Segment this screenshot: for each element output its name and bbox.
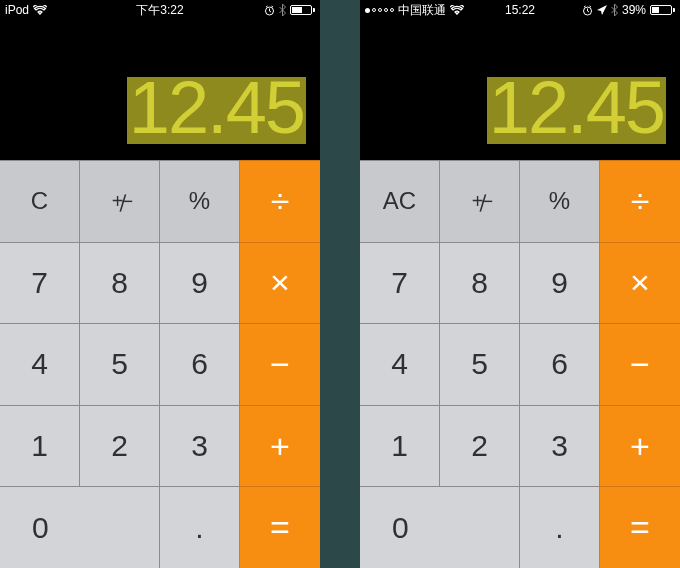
status-time: 15:22 <box>505 3 535 17</box>
wifi-icon <box>450 5 464 15</box>
alarm-icon <box>264 5 275 16</box>
separator <box>320 0 360 568</box>
percent-button[interactable]: % <box>160 160 240 242</box>
location-icon <box>597 5 607 15</box>
digit-5-button[interactable]: 5 <box>80 323 160 405</box>
multiply-button[interactable]: × <box>600 242 680 324</box>
digit-2-button[interactable]: 2 <box>80 405 160 487</box>
digit-3-button[interactable]: 3 <box>520 405 600 487</box>
divide-button[interactable]: ÷ <box>600 160 680 242</box>
battery-fill <box>652 7 659 13</box>
digit-8-button[interactable]: 8 <box>80 242 160 324</box>
digit-1-button[interactable]: 1 <box>0 405 80 487</box>
clear-button[interactable]: C <box>0 160 80 242</box>
battery-icon <box>290 5 315 15</box>
digit-1-button[interactable]: 1 <box>360 405 440 487</box>
svg-point-2 <box>456 13 458 15</box>
decimal-button[interactable]: . <box>160 486 240 568</box>
digit-4-button[interactable]: 4 <box>0 323 80 405</box>
display-value: 12.45 <box>487 77 666 144</box>
digit-8-button[interactable]: 8 <box>440 242 520 324</box>
display-value: 12.45 <box>127 77 306 144</box>
svg-point-0 <box>39 13 41 15</box>
equals-button[interactable]: = <box>600 486 680 568</box>
digit-4-button[interactable]: 4 <box>360 323 440 405</box>
digit-9-button[interactable]: 9 <box>160 242 240 324</box>
multiply-button[interactable]: × <box>240 242 320 324</box>
clear-button[interactable]: AC <box>360 160 440 242</box>
status-time: 下午3:22 <box>136 2 183 19</box>
battery-percent-label: 39% <box>622 3 646 17</box>
status-bar: iPod 下午3:22 <box>0 0 320 20</box>
bluetooth-icon <box>611 4 618 16</box>
plus-minus-button[interactable]: +/− <box>440 160 520 242</box>
calculator-display: 12.45 <box>0 20 320 160</box>
plus-button[interactable]: + <box>240 405 320 487</box>
digit-7-button[interactable]: 7 <box>0 242 80 324</box>
phone-left: iPod 下午3:22 12.45 C <box>0 0 320 568</box>
digit-0-button[interactable]: 0 <box>0 486 160 568</box>
status-bar: 中国联通 15:22 39% <box>360 0 680 20</box>
calculator-keypad: C +/− % ÷ 7 8 9 × 4 5 6 − 1 2 3 + 0 . = <box>0 160 320 568</box>
digit-9-button[interactable]: 9 <box>520 242 600 324</box>
battery-icon <box>650 5 675 15</box>
divide-button[interactable]: ÷ <box>240 160 320 242</box>
plus-minus-button[interactable]: +/− <box>80 160 160 242</box>
bluetooth-icon <box>279 4 286 16</box>
decimal-button[interactable]: . <box>520 486 600 568</box>
digit-6-button[interactable]: 6 <box>160 323 240 405</box>
digit-0-button[interactable]: 0 <box>360 486 520 568</box>
digit-2-button[interactable]: 2 <box>440 405 520 487</box>
digit-6-button[interactable]: 6 <box>520 323 600 405</box>
device-label: iPod <box>5 3 29 17</box>
carrier-label: 中国联通 <box>398 2 446 19</box>
wifi-icon <box>33 5 47 15</box>
screenshot-pair: iPod 下午3:22 12.45 C <box>0 0 680 568</box>
digit-3-button[interactable]: 3 <box>160 405 240 487</box>
battery-fill <box>292 7 302 13</box>
minus-button[interactable]: − <box>600 323 680 405</box>
signal-dots-icon <box>365 8 394 13</box>
calculator-display: 12.45 <box>360 20 680 160</box>
plus-button[interactable]: + <box>600 405 680 487</box>
alarm-icon <box>582 5 593 16</box>
minus-button[interactable]: − <box>240 323 320 405</box>
equals-button[interactable]: = <box>240 486 320 568</box>
calculator-keypad: AC +/− % ÷ 7 8 9 × 4 5 6 − 1 2 3 + 0 . = <box>360 160 680 568</box>
digit-7-button[interactable]: 7 <box>360 242 440 324</box>
percent-button[interactable]: % <box>520 160 600 242</box>
digit-5-button[interactable]: 5 <box>440 323 520 405</box>
phone-right: 中国联通 15:22 39% <box>360 0 680 568</box>
